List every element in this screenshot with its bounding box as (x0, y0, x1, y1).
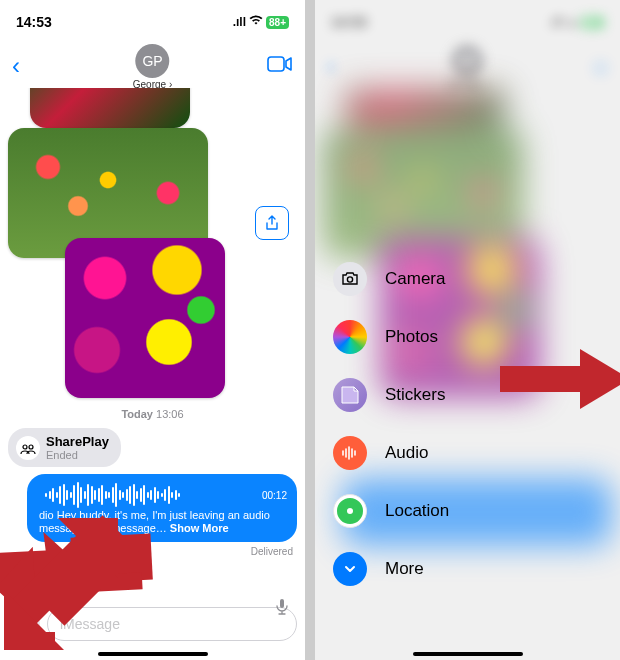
menu-label: Location (385, 501, 449, 521)
menu-label: More (385, 559, 424, 579)
photos-icon (333, 320, 367, 354)
share-button[interactable] (255, 206, 289, 240)
message-image-1[interactable] (30, 88, 190, 128)
audio-transcript: dio Hey buddy, it's me, I'm just leaving… (39, 509, 285, 537)
menu-label: Photos (385, 327, 438, 347)
contact-header[interactable]: GP George › (133, 44, 172, 90)
audio-icon (333, 436, 367, 470)
message-input[interactable] (47, 607, 297, 641)
message-image-3[interactable] (65, 238, 225, 398)
show-more-button[interactable]: Show More (170, 522, 229, 534)
waveform-icon (45, 482, 257, 508)
attachment-menu: Camera Photos Stickers Audio Location (333, 256, 602, 592)
nav-bar: ‹ GPGeorge › ▢ (315, 44, 620, 88)
back-button[interactable]: ‹ (12, 52, 20, 80)
nav-bar: ‹ GP George › (0, 44, 305, 88)
menu-item-audio[interactable]: Audio (333, 430, 602, 476)
status-indicators: .ıll 88+ (233, 15, 289, 29)
status-time: 14:53 (16, 14, 52, 30)
menu-label: Stickers (385, 385, 445, 405)
wifi-icon (249, 15, 263, 29)
location-icon (333, 494, 367, 528)
status-bar: 14:53 .ıll 88+ (0, 0, 305, 44)
signal-icon: .ıll (233, 15, 246, 29)
svg-rect-0 (268, 57, 284, 71)
timestamp: Today 13:06 (0, 408, 305, 420)
menu-label: Audio (385, 443, 428, 463)
conversation-scroll[interactable]: Today 13:06 SharePlay Ended 00:12 dio He… (0, 88, 305, 598)
shareplay-subtitle: Ended (46, 449, 109, 461)
menu-item-location[interactable]: Location (333, 488, 602, 534)
stickers-icon (333, 378, 367, 412)
attachments-menu-screen: 14:53.ıll ▲ 88+ ‹ GPGeorge › ▢ Camera Ph… (315, 0, 620, 660)
camera-icon (333, 262, 367, 296)
input-bar: + (0, 604, 305, 644)
home-indicator[interactable] (413, 652, 523, 656)
delivered-status: Delivered (251, 546, 293, 557)
facetime-button[interactable] (267, 55, 293, 77)
battery-icon: 88+ (266, 16, 289, 29)
messages-conversation-screen: 14:53 .ıll 88+ ‹ GP George › Today 13:06 (0, 0, 305, 660)
svg-point-8 (347, 277, 352, 282)
menu-item-photos[interactable]: Photos (333, 314, 602, 360)
shareplay-title: SharePlay (46, 434, 109, 449)
plus-button[interactable]: + (8, 608, 40, 640)
menu-item-camera[interactable]: Camera (333, 256, 602, 302)
status-bar: 14:53.ıll ▲ 88+ (315, 0, 620, 44)
shareplay-icon (16, 436, 40, 460)
shareplay-bubble[interactable]: SharePlay Ended (8, 428, 121, 467)
menu-item-more[interactable]: More (333, 546, 602, 592)
avatar: GP (136, 44, 170, 78)
menu-item-stickers[interactable]: Stickers (333, 372, 602, 418)
audio-duration: 00:12 (262, 490, 287, 501)
home-indicator[interactable] (98, 652, 208, 656)
audio-message-bubble[interactable]: 00:12 dio Hey buddy, it's me, I'm just l… (27, 474, 297, 542)
menu-label: Camera (385, 269, 445, 289)
more-chevron-icon (333, 552, 367, 586)
